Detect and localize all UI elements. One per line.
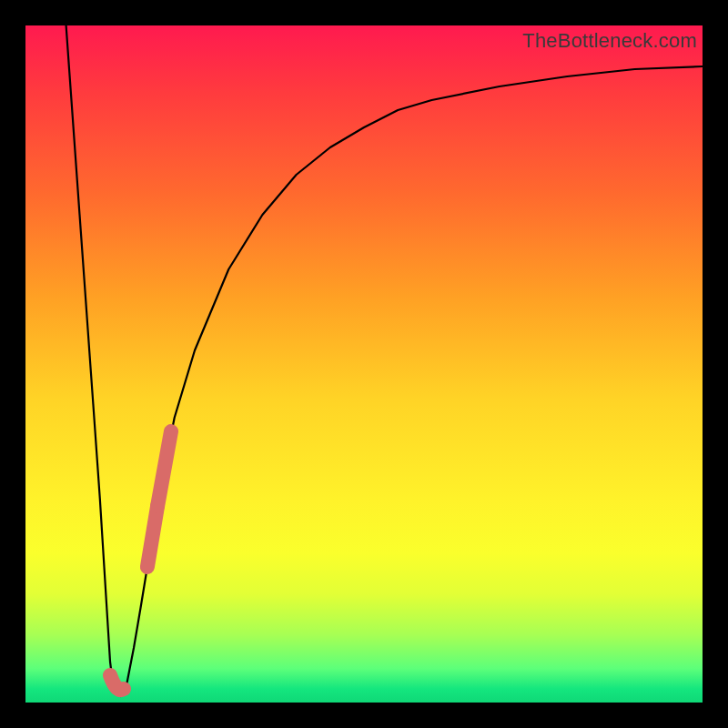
curve-path xyxy=(66,25,703,696)
chart-frame: TheBottleneck.com xyxy=(0,0,728,728)
highlight-segment-upper xyxy=(157,431,171,506)
highlight-segment-bottom xyxy=(110,675,124,690)
bottleneck-curve xyxy=(25,25,703,703)
plot-area: TheBottleneck.com xyxy=(25,25,703,703)
highlight-segment-mid xyxy=(147,506,157,567)
